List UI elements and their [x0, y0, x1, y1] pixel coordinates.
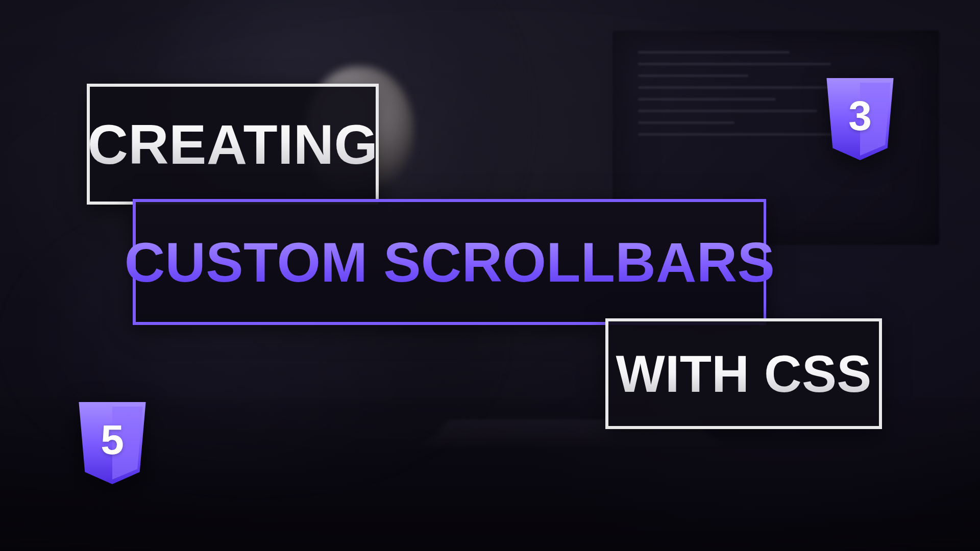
- title-box-custom-scrollbars: CUSTOM SCROLLBARS: [133, 199, 766, 325]
- title-line-3: WITH CSS: [610, 348, 876, 400]
- title-box-creating: CREATING: [87, 84, 379, 205]
- title-line-2: CUSTOM SCROLLBARS: [119, 234, 780, 290]
- css3-badge-digit: 3: [822, 68, 898, 163]
- html5-shield-icon: 5: [74, 400, 151, 487]
- title-line-1: CREATING: [83, 116, 383, 172]
- title-box-with-css: WITH CSS: [605, 318, 882, 429]
- css3-shield-icon: 3: [822, 77, 898, 163]
- html5-badge-digit: 5: [74, 392, 151, 487]
